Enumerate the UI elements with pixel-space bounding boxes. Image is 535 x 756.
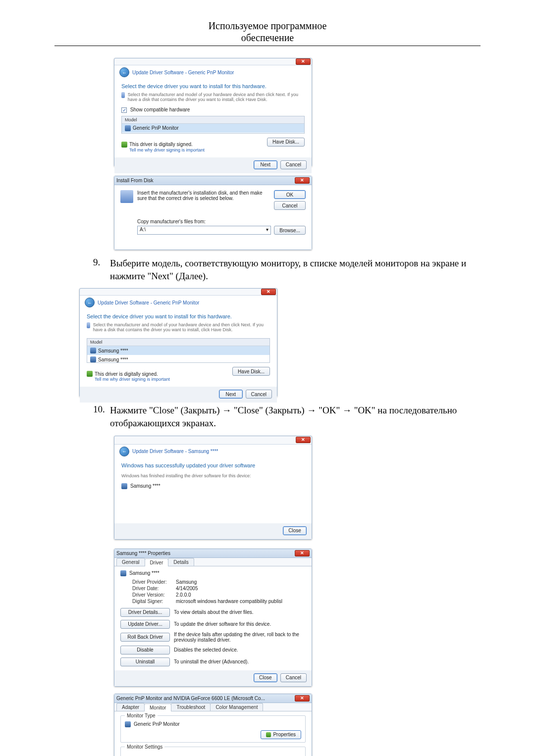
screenshot-row-3: ✕ ← Update Driver Software - Samsung ***… bbox=[114, 436, 481, 687]
win-monitor-properties: Generic PnP Monitor and NVIDIA GeForce 6… bbox=[114, 694, 312, 756]
close-icon[interactable]: ✕ bbox=[295, 177, 310, 184]
disable-text: Disables the selected device. bbox=[174, 647, 306, 653]
path-value: A:\ bbox=[140, 227, 146, 232]
date-label: Driver Date: bbox=[132, 586, 172, 591]
close-icon[interactable]: ✕ bbox=[295, 550, 310, 556]
ok-button[interactable]: OK bbox=[274, 190, 306, 199]
model-list[interactable]: Model Samsung **** Samsung **** bbox=[87, 338, 270, 363]
have-disk-button[interactable]: Have Disk... bbox=[267, 138, 305, 147]
signed-link[interactable]: Tell me why driver signing is important bbox=[129, 148, 205, 152]
step-text: Нажмите "Close" (Закрыть) → "Close" (Зак… bbox=[110, 404, 481, 429]
device-name: Samsung **** bbox=[129, 570, 160, 576]
browse-button[interactable]: Browse... bbox=[274, 226, 306, 235]
next-button[interactable]: Next bbox=[254, 160, 277, 169]
win-update-driver-samsung: ✕ ← Update Driver Software - Generic PnP… bbox=[79, 288, 277, 397]
window-title: Update Driver Software - Samsung **** bbox=[132, 449, 218, 454]
close-button[interactable]: Close bbox=[254, 673, 277, 682]
monitor-icon bbox=[125, 125, 131, 131]
win-update-driver: ✕ ← Update Driver Software - Generic PnP… bbox=[114, 58, 312, 167]
close-icon[interactable]: ✕ bbox=[261, 289, 276, 295]
titlebar: ✕ bbox=[114, 58, 312, 65]
disk-icon bbox=[121, 92, 125, 98]
cancel-button[interactable]: Cancel bbox=[246, 390, 272, 399]
cancel-button[interactable]: Cancel bbox=[274, 201, 306, 210]
signer-label: Digital Signer: bbox=[132, 599, 172, 604]
tab-color-management[interactable]: Color Management bbox=[210, 703, 263, 711]
have-disk-button[interactable]: Have Disk... bbox=[232, 367, 270, 376]
step-10: 10. Нажмите "Close" (Закрыть) → "Close" … bbox=[93, 404, 481, 429]
tab-details[interactable]: Details bbox=[168, 558, 194, 566]
provider-value: Samsung bbox=[176, 579, 197, 585]
rollback-button[interactable]: Roll Back Driver bbox=[120, 633, 170, 642]
model-list-header: Model bbox=[87, 339, 269, 346]
shield-icon bbox=[266, 732, 271, 737]
back-icon[interactable]: ← bbox=[85, 298, 95, 307]
disable-button[interactable]: Disable bbox=[120, 646, 170, 655]
close-icon[interactable]: ✕ bbox=[295, 695, 310, 702]
tab-adapter[interactable]: Adapter bbox=[116, 703, 145, 711]
path-input[interactable]: A:\ ▾ bbox=[137, 226, 271, 235]
uninstall-button[interactable]: Uninstall bbox=[120, 657, 170, 666]
breadcrumb: ← Update Driver Software - Generic PnP M… bbox=[114, 65, 312, 79]
close-icon[interactable]: ✕ bbox=[296, 437, 311, 443]
instruction-note: Select the manufacturer and model of you… bbox=[93, 322, 270, 332]
step-number: 9. bbox=[93, 257, 110, 268]
show-compat-label: Show compatible hardware bbox=[130, 107, 190, 112]
window-title: Samsung **** Properties bbox=[116, 551, 170, 556]
screenshot-row-4: Generic PnP Monitor and NVIDIA GeForce 6… bbox=[114, 694, 481, 756]
back-icon[interactable]: ← bbox=[119, 67, 129, 77]
disk-icon bbox=[120, 190, 133, 203]
monitor-icon bbox=[120, 570, 126, 576]
driver-details-button[interactable]: Driver Details... bbox=[120, 608, 170, 617]
close-icon[interactable]: ✕ bbox=[296, 58, 311, 65]
cancel-button[interactable]: Cancel bbox=[280, 673, 307, 682]
ver-label: Driver Version: bbox=[132, 592, 172, 598]
properties-label: Properties bbox=[273, 732, 296, 737]
list-item-label: Samsung **** bbox=[98, 348, 128, 353]
provider-label: Driver Provider: bbox=[132, 579, 172, 585]
page-header: Используемое программное обеспечение bbox=[54, 20, 481, 44]
list-item[interactable]: Generic PnP Monitor bbox=[122, 124, 304, 133]
device-name: Samsung **** bbox=[130, 483, 160, 489]
back-icon[interactable]: ← bbox=[119, 447, 129, 456]
tab-driver[interactable]: Driver bbox=[145, 558, 169, 566]
tab-monitor[interactable]: Monitor bbox=[144, 704, 171, 711]
signed-text: This driver is digitally signed. bbox=[129, 142, 193, 147]
screenshot-row-2: ✕ ← Update Driver Software - Generic PnP… bbox=[79, 288, 481, 397]
instruction: Select the device driver you want to ins… bbox=[87, 313, 270, 319]
monitor-icon bbox=[90, 348, 96, 353]
header-rule bbox=[54, 46, 481, 46]
model-list[interactable]: Model Generic PnP Monitor bbox=[121, 116, 305, 134]
list-item[interactable]: Samsung **** bbox=[87, 346, 269, 355]
tab-troubleshoot[interactable]: Troubleshoot bbox=[171, 703, 211, 711]
win-device-properties: Samsung **** Properties ✕ General Driver… bbox=[114, 549, 312, 687]
monitor-icon bbox=[125, 721, 131, 727]
monitor-properties-button[interactable]: Properties bbox=[261, 730, 301, 739]
list-item-label: Samsung **** bbox=[98, 357, 128, 362]
list-item[interactable]: Samsung **** bbox=[87, 355, 269, 364]
window-title: Update Driver Software - Generic PnP Mon… bbox=[132, 70, 234, 75]
ver-value: 2.0.0.0 bbox=[176, 592, 191, 598]
close-button[interactable]: Close bbox=[283, 526, 307, 535]
next-button[interactable]: Next bbox=[219, 390, 243, 399]
monitor-icon bbox=[121, 483, 127, 489]
cancel-button[interactable]: Cancel bbox=[280, 160, 307, 169]
step-text: Выберите модель, соответствующую монитор… bbox=[110, 257, 481, 282]
update-driver-button[interactable]: Update Driver... bbox=[120, 620, 170, 629]
instruction: Select the device driver you want to ins… bbox=[121, 83, 305, 89]
win-install-from-disk: Install From Disk ✕ Insert the manufactu… bbox=[114, 176, 312, 250]
driver-details-text: To view details about the driver files. bbox=[174, 609, 306, 615]
signer-value: microsoft windows hardware compatibility… bbox=[176, 599, 282, 604]
finish-sub: Windows has finished installing the driv… bbox=[121, 473, 305, 478]
model-list-header: Model bbox=[122, 116, 304, 124]
shield-icon bbox=[87, 371, 93, 377]
monitor-type-title: Monitor Type bbox=[125, 713, 158, 718]
window-title: Install From Disk bbox=[116, 178, 153, 183]
tab-general[interactable]: General bbox=[116, 558, 145, 566]
monitor-settings-title: Monitor Settings bbox=[125, 744, 164, 750]
shield-icon bbox=[121, 142, 127, 148]
headline: Windows has successfully updated your dr… bbox=[121, 462, 305, 468]
signed-link[interactable]: Tell me why driver signing is important bbox=[95, 377, 170, 382]
page: Используемое программное обеспечение ✕ ←… bbox=[0, 0, 535, 756]
show-compat-checkbox[interactable] bbox=[121, 107, 127, 113]
